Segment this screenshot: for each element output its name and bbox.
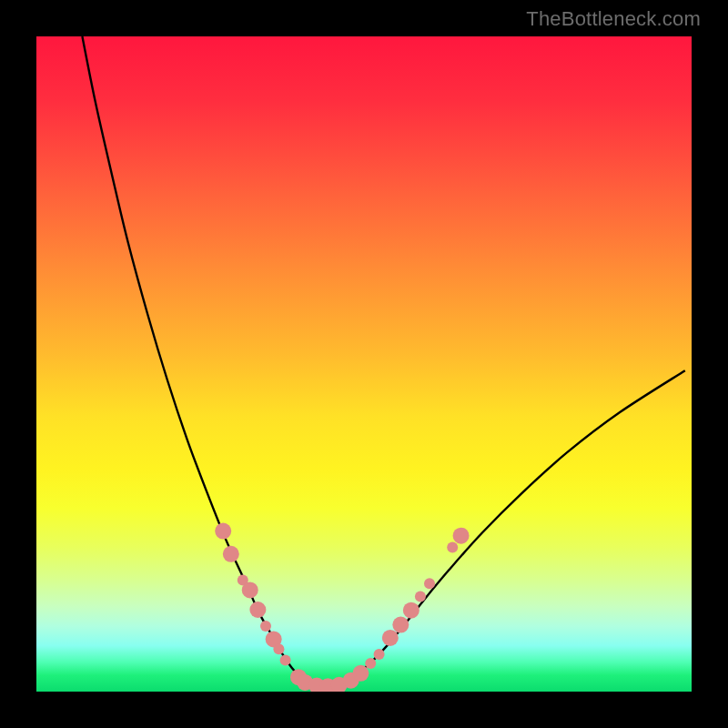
plot-area [36,36,692,692]
background-gradient [36,36,692,692]
watermark-label: TheBottleneck.com [526,7,701,31]
svg-rect-0 [36,36,692,692]
chart-root: TheBottleneck.com [0,0,728,728]
